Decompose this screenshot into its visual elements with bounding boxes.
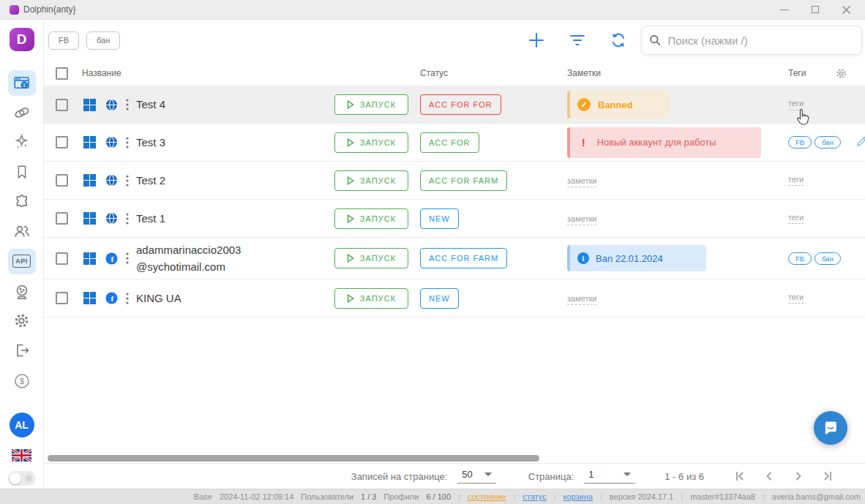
tags-placeholder[interactable]: теги — [788, 99, 804, 110]
maximize-button[interactable] — [809, 4, 821, 15]
notes-placeholder[interactable]: заметки — [567, 176, 596, 187]
search-input[interactable] — [667, 34, 854, 47]
next-page-button[interactable] — [789, 467, 808, 486]
note-info[interactable]: i Ban 22.01.2024 — [567, 245, 706, 271]
search-box[interactable] — [641, 26, 862, 55]
app-window: Dolphin{anty} D — [0, 0, 865, 504]
row-menu-icon[interactable] — [126, 252, 129, 264]
windows-icon — [83, 174, 96, 187]
sidebar-item-bookmarks[interactable] — [8, 160, 36, 184]
row-checkbox[interactable] — [56, 99, 68, 111]
table-row[interactable]: f KING UA ЗАПУСК NEW заметки теги — [44, 279, 865, 317]
filter-button[interactable] — [568, 31, 587, 50]
table-row[interactable]: Test 4 ЗАПУСК ACC FOR FOR ✓ Banned теги — [44, 86, 865, 124]
sun-icon — [24, 474, 33, 483]
filter-chip-ban[interactable]: бан — [86, 31, 120, 50]
launch-button[interactable]: ЗАПУСК — [334, 170, 408, 191]
pagination-range: 1 - 6 из 6 — [664, 471, 704, 482]
add-profile-button[interactable] — [527, 31, 546, 50]
sidebar-item-billing[interactable]: $ — [8, 368, 36, 394]
state-link[interactable]: состояние — [468, 492, 506, 501]
note-alert[interactable]: ! Новый аккаунт для работы — [567, 127, 761, 158]
sidebar-item-api[interactable]: API — [8, 249, 36, 274]
sidebar-item-logout[interactable] — [8, 339, 36, 363]
link-icon — [12, 104, 31, 121]
row-menu-icon[interactable] — [126, 99, 129, 110]
edit-pencil-icon[interactable] — [856, 135, 865, 147]
row-checkbox[interactable] — [56, 174, 68, 187]
table-row[interactable]: Test 3 ЗАПУСК ACC FOR ! Новый аккаунт дл… — [44, 124, 865, 162]
page-label: Страница: — [528, 471, 574, 482]
launch-button[interactable]: ЗАПУСК — [334, 94, 408, 115]
avatar[interactable]: AL — [10, 413, 34, 437]
trash-link[interactable]: корзина — [563, 492, 593, 501]
tag-pill[interactable]: FB — [788, 252, 812, 265]
row-menu-icon[interactable] — [126, 293, 129, 304]
sidebar-item-extensions[interactable] — [8, 189, 36, 214]
row-checkbox[interactable] — [56, 292, 68, 304]
sidebar-item-settings[interactable] — [8, 309, 36, 333]
tag-pill[interactable]: бан — [815, 252, 841, 265]
launch-button[interactable]: ЗАПУСК — [334, 132, 408, 153]
status-badge[interactable]: ACC FOR FOR — [420, 94, 501, 115]
titlebar: Dolphin{anty} — [0, 0, 865, 20]
previous-page-button[interactable] — [760, 467, 779, 486]
table-row[interactable]: Test 1 ЗАПУСК NEW заметки теги — [44, 200, 865, 238]
status-badge[interactable]: ACC FOR — [420, 132, 479, 153]
notes-placeholder[interactable]: заметки — [567, 294, 596, 305]
sidebar-item-team[interactable] — [8, 219, 36, 243]
note-banned[interactable]: ✓ Banned — [567, 91, 670, 119]
launch-button[interactable]: ЗАПУСК — [334, 248, 408, 268]
sidebar-item-predictions[interactable] — [8, 279, 36, 304]
launch-button[interactable]: ЗАПУСК — [334, 208, 408, 229]
sidebar-item-proxies[interactable] — [8, 101, 36, 125]
uk-flag-icon[interactable] — [12, 449, 31, 462]
tags-placeholder[interactable]: теги — [788, 213, 804, 224]
rows-per-page-select[interactable]: 50 — [457, 469, 495, 484]
close-button[interactable] — [840, 4, 852, 15]
dolphin-logo[interactable]: D — [10, 28, 34, 51]
sidebar-item-automation[interactable] — [8, 130, 36, 154]
profile-name: Test 2 — [136, 172, 165, 189]
search-icon — [649, 34, 661, 47]
launch-button[interactable]: ЗАПУСК — [334, 288, 408, 309]
plus-icon — [528, 32, 544, 48]
status-badge[interactable]: NEW — [420, 208, 459, 229]
last-page-button[interactable] — [818, 467, 837, 486]
first-page-button[interactable] — [730, 467, 749, 486]
table-row[interactable]: Test 2 ЗАПУСК ACC FOR FARM заметки теги — [44, 162, 865, 200]
refresh-button[interactable] — [609, 31, 628, 50]
row-checkbox[interactable] — [56, 252, 68, 265]
globe-icon — [105, 212, 118, 225]
base-label: Base — [194, 492, 212, 501]
select-all-checkbox[interactable] — [56, 67, 68, 80]
support-chat-button[interactable] — [814, 411, 847, 445]
crystal-ball-icon — [13, 283, 31, 301]
row-checkbox[interactable] — [56, 136, 68, 148]
minimize-button[interactable] — [779, 4, 790, 15]
row-menu-icon[interactable] — [126, 175, 129, 187]
tags-placeholder[interactable]: теги — [788, 293, 804, 304]
tag-pill[interactable]: FB — [788, 136, 812, 148]
play-icon — [347, 176, 354, 185]
filter-chip-fb[interactable]: FB — [48, 31, 79, 50]
status-badge[interactable]: ACC FOR FARM — [420, 170, 507, 191]
columns-settings-gear-icon[interactable] — [835, 67, 847, 80]
refresh-icon — [610, 31, 627, 49]
tag-pill[interactable]: бан — [815, 136, 841, 148]
scrollbar-thumb[interactable] — [48, 455, 539, 462]
status-badge[interactable]: NEW — [420, 288, 459, 309]
sidebar: D — [0, 20, 44, 489]
page-select[interactable]: 1 — [584, 469, 635, 484]
row-menu-icon[interactable] — [126, 213, 129, 225]
status-badge[interactable]: ACC FOR FARM — [420, 248, 507, 268]
status-link[interactable]: статус — [523, 492, 546, 501]
sidebar-item-profiles[interactable] — [8, 70, 36, 96]
notes-placeholder[interactable]: заметки — [567, 214, 596, 225]
users-icon — [12, 222, 31, 240]
row-checkbox[interactable] — [56, 212, 68, 225]
tags-placeholder[interactable]: теги — [788, 175, 804, 186]
theme-toggle[interactable] — [8, 471, 36, 486]
row-menu-icon[interactable] — [126, 137, 129, 148]
table-row[interactable]: f adammarinaccio2003@sychotimail.com ЗАП… — [44, 238, 865, 279]
